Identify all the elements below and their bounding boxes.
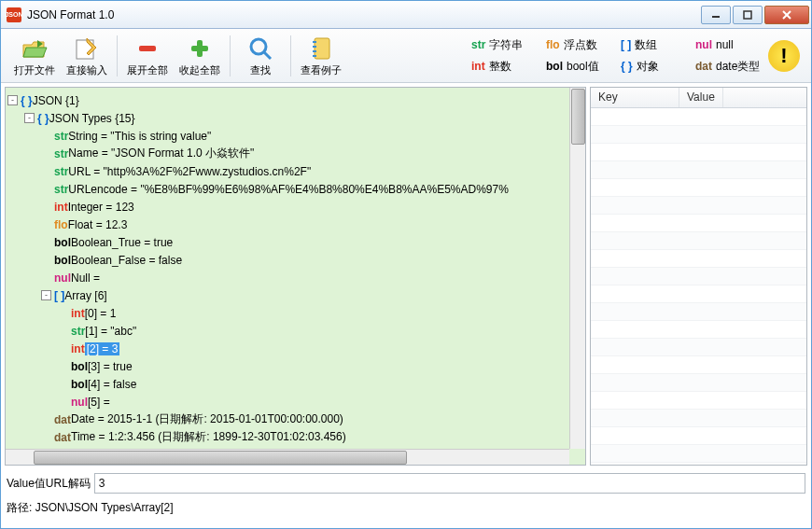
open-file-button[interactable]: 打开文件	[8, 34, 61, 77]
tree-node[interactable]: int [0] = 1	[7, 304, 583, 322]
collapse-all-button[interactable]: 收起全部	[174, 34, 226, 77]
tree-node[interactable]: -[ ] Array [6]	[7, 286, 583, 304]
json-tree[interactable]: -{ } JSON {1}-{ } JSON Types {15}str Str…	[6, 88, 585, 465]
legend-bol: bool值	[567, 59, 599, 75]
value-column-header[interactable]: Value	[679, 88, 723, 107]
type-tag: str	[54, 130, 68, 143]
legend-flo: 浮点数	[564, 37, 597, 53]
kv-row	[591, 392, 806, 410]
legend-arr: 数组	[635, 37, 657, 53]
decode-label: Value值URL解码	[7, 476, 91, 492]
node-label: JSON Types {15}	[49, 112, 135, 125]
expand-all-button[interactable]: 展开全部	[121, 34, 174, 77]
search-icon	[247, 34, 273, 63]
status-path: 路径: JSON\JSON Types\Array[2]	[7, 497, 805, 519]
horizontal-scrollbar[interactable]	[6, 449, 569, 465]
example-button[interactable]: 查看例子	[295, 34, 347, 77]
node-label: Array [6]	[64, 289, 106, 302]
type-tag: { }	[37, 112, 49, 125]
collapse-icon[interactable]: -	[41, 290, 51, 300]
expand-all-label: 展开全部	[127, 63, 168, 77]
node-label: Time = 1:2:3.456 (日期解析: 1899-12-30T01:02…	[71, 429, 346, 445]
find-button[interactable]: 查找	[234, 34, 287, 77]
app-icon: JSON	[7, 7, 21, 22]
tree-node[interactable]: -{ } JSON Types {15}	[7, 109, 583, 127]
tree-node[interactable]: str String = "This is string value"	[7, 127, 583, 145]
key-column-header[interactable]: Key	[591, 88, 679, 107]
close-button[interactable]	[764, 6, 809, 24]
toolbar-separator	[290, 35, 291, 77]
vertical-scrollbar[interactable]	[569, 88, 585, 449]
legend-int: 整数	[489, 59, 511, 75]
minimize-button[interactable]	[701, 6, 731, 24]
kv-row	[591, 108, 806, 126]
tree-node[interactable]: int [2] = 3	[7, 340, 583, 357]
type-tag: str	[54, 165, 68, 178]
tree-node[interactable]: bol Boolean_True = true	[7, 233, 583, 251]
direct-input-button[interactable]: 直接输入	[61, 34, 113, 77]
tree-node[interactable]: int Integer = 123	[7, 198, 583, 216]
kv-row	[591, 161, 806, 179]
type-tag: nul	[54, 271, 71, 285]
type-tag: int	[71, 342, 85, 355]
tree-node[interactable]: nul Null =	[7, 269, 583, 286]
tree-node[interactable]: -{ } JSON {1}	[7, 91, 583, 109]
kv-row	[591, 179, 806, 197]
tree-node[interactable]: flo Float = 12.3	[7, 216, 583, 233]
kv-row	[591, 268, 806, 285]
kv-panel: Key Value	[590, 87, 807, 466]
svg-rect-10	[315, 38, 329, 59]
direct-input-label: 直接输入	[66, 63, 107, 77]
node-label: Integer = 123	[68, 201, 134, 214]
tree-node[interactable]: bol Boolean_False = false	[7, 251, 583, 269]
toolbar-separator	[230, 35, 231, 77]
tree-node[interactable]: bol [3] = true	[7, 357, 583, 375]
node-label: Null =	[71, 271, 100, 285]
open-file-label: 打开文件	[14, 63, 55, 77]
window-title: JSON Format 1.0	[27, 8, 114, 21]
type-tag: bol	[71, 360, 88, 373]
tree-node[interactable]: str [1] = "abc"	[7, 322, 583, 340]
legend-nul: null	[716, 38, 734, 51]
tree-node[interactable]: dat Date = 2015-1-1 (日期解析: 2015-01-01T00…	[7, 411, 583, 428]
type-tag: int	[54, 201, 68, 214]
collapse-icon[interactable]: -	[7, 95, 18, 105]
tree-node[interactable]: nul [5] =	[7, 393, 583, 411]
kv-row	[591, 339, 806, 356]
kv-row	[591, 321, 806, 339]
kv-row	[591, 410, 806, 427]
collapse-all-label: 收起全部	[179, 63, 220, 77]
decode-input[interactable]	[94, 473, 805, 494]
node-label: [5] =	[88, 396, 110, 409]
legend-obj: 对象	[637, 59, 659, 75]
kv-row	[591, 197, 806, 215]
tree-node[interactable]: str URLencode = "%E8%BF%99%E6%98%AF%E4%B…	[7, 180, 583, 198]
kv-body	[591, 108, 806, 470]
find-label: 查找	[250, 63, 271, 77]
node-label: URLencode = "%E8%BF%99%E6%98%AF%E4%B8%80…	[68, 183, 509, 196]
type-tag: [ ]	[54, 289, 64, 302]
type-tag: str	[54, 147, 68, 160]
main-area: -{ } JSON {1}-{ } JSON Types {15}str Str…	[1, 83, 811, 469]
node-label: JSON {1}	[33, 94, 79, 107]
maximize-button[interactable]	[733, 6, 763, 24]
tree-node[interactable]: str Name = "JSON Format 1.0 小焱软件"	[7, 145, 583, 162]
type-tag: bol	[54, 236, 71, 249]
warning-icon[interactable]: !	[768, 40, 800, 72]
svg-rect-1	[744, 11, 751, 19]
node-label: [4] = false	[88, 378, 136, 391]
node-label: Date = 2015-1-1 (日期解析: 2015-01-01T00:00:…	[71, 411, 343, 427]
node-label: Name = "JSON Format 1.0 小焱软件"	[68, 146, 254, 161]
type-tag: flo	[54, 218, 68, 231]
tree-node[interactable]: dat Time = 1:2:3.456 (日期解析: 1899-12-30T0…	[7, 428, 583, 446]
kv-row	[591, 126, 806, 144]
collapse-icon[interactable]: -	[24, 113, 35, 123]
tree-node[interactable]: str URL = "http%3A%2F%2Fwww.zystudios.cn…	[7, 162, 583, 180]
type-tag: { }	[21, 94, 33, 107]
kv-row	[591, 445, 806, 463]
tree-node[interactable]: bol [4] = false	[7, 375, 583, 393]
node-label: Float = 12.3	[68, 218, 128, 231]
titlebar: JSON JSON Format 1.0	[1, 1, 811, 29]
svg-rect-5	[139, 46, 156, 51]
node-label: Boolean_False = false	[71, 254, 182, 267]
